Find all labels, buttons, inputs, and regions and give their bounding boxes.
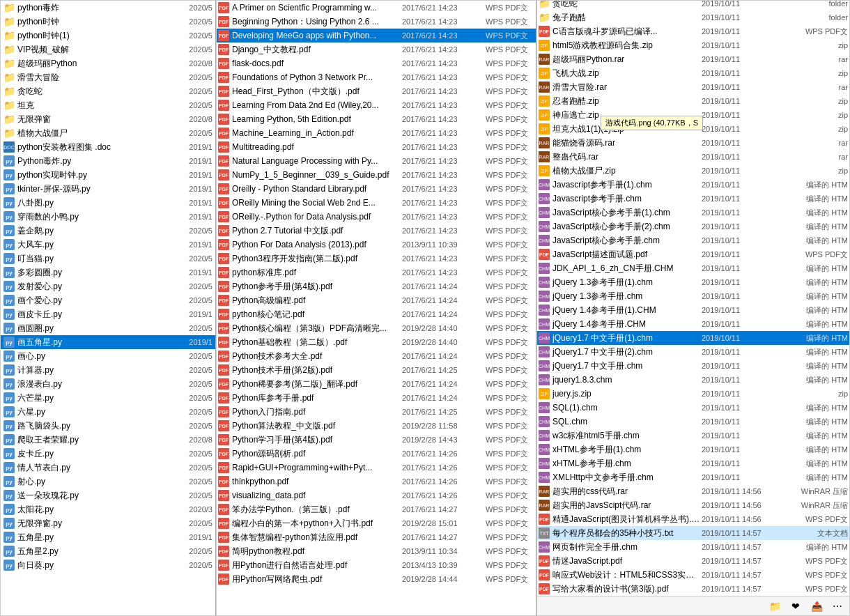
list-item[interactable]: py浪漫表白.py2020/5 [1, 377, 215, 391]
list-item[interactable]: PDF用Python写网络爬虫.pdf2019/2/28 14:44WPS PD… [217, 572, 536, 586]
list-item[interactable]: py向日葵.py2020/5 [1, 558, 215, 572]
list-item[interactable]: PDFpython核心笔记.pdf2017/6/21 14:24WPS PDF文 [217, 307, 536, 321]
list-item[interactable]: CHMjQuery1.7 中文手册.chm2019/10/11编译的 HTM [537, 359, 849, 373]
list-item[interactable]: CHMJavaScript核心参考手册(1).chm2019/10/11编译的 … [537, 206, 849, 220]
list-item[interactable]: 📁python毒炸2020/5 [1, 1, 215, 15]
left-file-list[interactable]: 📁python毒炸2020/5📁python时钟2020/5📁python时钟(… [1, 1, 215, 615]
list-item[interactable]: ZIP飞机大战.zip2019/10/11zip [537, 66, 849, 80]
list-item[interactable]: 📁VIP视频_破解2020/5 [1, 43, 215, 56]
list-item[interactable]: CHMjQuery1.7 中文手册(1).chm2019/10/11编译的 HT… [537, 331, 849, 345]
list-item[interactable]: py五角星.py2019/1 [1, 530, 215, 544]
list-item[interactable]: py画心.py2020/5 [1, 349, 215, 363]
list-item[interactable]: py五角星2.py2020/5 [1, 544, 215, 558]
list-item[interactable]: py皮卡丘.py2020/5 [1, 447, 215, 461]
list-item[interactable]: PDFMultitreading.pdf2017/6/21 14:23WPS P… [217, 140, 536, 154]
more-icon[interactable]: ⋯ [830, 599, 845, 614]
list-item[interactable]: 📁无限弹窗2020/8 [1, 112, 215, 126]
list-item[interactable]: CHMXMLHttp中文参考手册.chm2019/10/11编译的 HTM [537, 470, 849, 484]
list-item[interactable]: PDFthinkpython.pdf2017/6/21 14:26WPS PDF… [217, 475, 536, 488]
list-item[interactable]: py无限弹窗.py2020/5 [1, 516, 215, 530]
list-item[interactable]: ZIPjuery.js.zip2019/10/11zip [537, 387, 849, 401]
list-item[interactable]: CHMJDK_API_1_6_zh_CN手册.CHM2019/10/11编译的 … [537, 261, 849, 275]
favorite-icon[interactable]: ❤ [788, 599, 803, 614]
list-item[interactable]: PDFflask-docs.pdf2017/6/21 14:23WPS PDF文 [217, 56, 536, 70]
list-item[interactable]: py六芒星.py2020/5 [1, 391, 215, 405]
list-item[interactable]: PDFC语言版魂斗罗源码已编译...2019/10/11WPS PDF文 [537, 24, 849, 38]
middle-file-list[interactable]: PDFA Primer on Scientfic Programming w..… [217, 1, 536, 615]
list-item[interactable]: 📁贪吃蛇2020/5 [1, 84, 215, 98]
list-item[interactable]: py画圆圈.py2020/5 [1, 321, 215, 335]
list-item[interactable]: pytkinter-屏保-源码.py2019/1 [1, 182, 215, 196]
list-item[interactable]: CHMjQuery 1.4参考手册(1).CHM2019/10/11编译的 HT… [537, 303, 849, 317]
list-item[interactable]: CHMjquery1.8.3.chm2019/10/11编译的 HTM [537, 373, 849, 387]
list-item[interactable]: py计算器.py2020/5 [1, 363, 215, 377]
list-item[interactable]: py送一朵玫瑰花.py2020/5 [1, 488, 215, 502]
list-item[interactable]: PDFMachine_Learning_in_Action.pdf2017/6/… [217, 126, 536, 140]
list-item[interactable]: PDFPython稀要参考(第二版)_翻译.pdf2017/6/21 14:24… [217, 377, 536, 391]
list-item[interactable]: CHMjQuery 1.3参考手册(1).chm2019/10/11编译的 HT… [537, 275, 849, 289]
list-item[interactable]: 📁python时钟(1)2020/5 [1, 29, 215, 43]
list-item[interactable]: 📁贪吃蛇2019/10/11folder [537, 1, 849, 10]
list-item[interactable]: PDFPython技术参考大全.pdf2017/6/21 14:24WPS PD… [217, 349, 536, 363]
list-item[interactable]: PDFPython算法教程_中文版.pdf2019/2/28 11:58WPS … [217, 419, 536, 433]
list-item[interactable]: PDFRapid+GUI+Programming+with+Pyt...2017… [217, 461, 536, 475]
list-item[interactable]: ZIP忍者跑酷.zip2019/10/11zip [537, 94, 849, 108]
list-item[interactable]: PDF情迷JavaScript.pdf2019/10/11 14:57WPS P… [537, 554, 849, 568]
list-item[interactable]: RAR整蛊代码.rar2019/10/11rar [537, 150, 849, 164]
list-item[interactable]: py射心.py2020/5 [1, 475, 215, 488]
list-item[interactable]: PDFLearning From Data 2nd Ed (Wiley,20..… [217, 98, 536, 112]
list-item[interactable]: PDFOReilly.-.Python for Data Analysis.pd… [217, 210, 536, 224]
list-item[interactable]: 📁植物大战僵尸2020/5 [1, 126, 215, 140]
list-item[interactable]: PDFOReilly Mining the Social Web 2nd E..… [217, 196, 536, 210]
list-item[interactable]: PDFPython 2.7 Tutorial 中文版.pdf2017/6/21 … [217, 224, 536, 238]
list-item[interactable]: PDFPython核心编程（第3版）PDF高清晰完...2019/2/28 14… [217, 321, 536, 335]
list-item[interactable]: PDFA Primer on Scientfic Programming w..… [217, 1, 536, 15]
list-item[interactable]: 📁坦克2020/5 [1, 98, 215, 112]
list-item[interactable]: PDFHead_First_Python（中文版）.pdf2017/6/21 1… [217, 84, 536, 98]
list-item[interactable]: ZIP神庙逃亡.zip2019/10/11zip [537, 108, 849, 122]
list-item[interactable]: PDFPython库参考手册.pdf2017/6/21 14:24WPS PDF… [217, 391, 536, 405]
list-item[interactable]: PDF精通JavaScript(图灵计算机科学丛书).pdf2019/10/11… [537, 512, 849, 526]
list-item[interactable]: py画五角星.py2019/1 [1, 335, 215, 349]
list-item[interactable]: ZIP坦克大战1(1)(1).zip2019/10/11zip [537, 122, 849, 136]
list-item[interactable]: 📁兔子跑酷2019/10/11folder [537, 10, 849, 24]
list-item[interactable]: PDF简明python教程.pdf2013/9/11 10:34WPS PDF文 [217, 544, 536, 558]
list-item[interactable]: py盖企鹅.py2020/5 [1, 224, 215, 238]
list-item[interactable]: CHMSQL.chm2019/10/11编译的 HTM [537, 415, 849, 429]
new-folder-icon[interactable]: 📁 [767, 599, 782, 614]
list-item[interactable]: ZIPhtml5游戏教程源码合集.zip2019/10/11zip [537, 38, 849, 52]
list-item[interactable]: PDFPython For Data Analysis (2013).pdf20… [217, 238, 536, 252]
list-item[interactable]: py大风车.py2019/1 [1, 238, 215, 252]
list-item[interactable]: CHMjQuery1.7 中文手册(2).chm2019/10/11编译的 HT… [537, 345, 849, 359]
list-item[interactable]: PDFJavaScript描述面试题.pdf2019/10/11WPS PDF文 [537, 247, 849, 261]
list-item[interactable]: py八卦图.py2019/1 [1, 196, 215, 210]
list-item[interactable]: PDFFoundations of Python 3 Network Pr...… [217, 70, 536, 84]
list-item[interactable]: PDFBeginning Python：Using Python 2.6 ...… [217, 15, 536, 29]
list-item[interactable]: PDFPython高级编程.pdf2017/6/21 14:24WPS PDF文 [217, 293, 536, 307]
list-item[interactable]: 📁滑雪大冒险2020/5 [1, 70, 215, 84]
list-item[interactable]: RAR超级玛丽Python.rar2019/10/11rar [537, 52, 849, 66]
list-item[interactable]: PDFPython技术手册(第2版).pdf2017/6/21 14:25WPS… [217, 363, 536, 377]
right-file-list[interactable]: PDFcPix.ini2019/12/3 16:38配置设置PDFCSS 2.0… [537, 1, 849, 596]
list-item[interactable]: PDFPython源码剖析.pdf2017/6/21 14:26WPS PDF文 [217, 447, 536, 461]
list-item[interactable]: PDFDeveloping MeeGo apps with Python...2… [217, 29, 536, 43]
list-item[interactable]: PDFPython入门指南.pdf2017/6/21 14:25WPS PDF文 [217, 405, 536, 419]
list-item[interactable]: RAR能猫烧香源码.rar2019/10/11rar [537, 136, 849, 150]
list-item[interactable]: RAR超实用的JavsScipt代码.rar2019/10/11 14:56Wi… [537, 498, 849, 512]
list-item[interactable]: PDFPython学习手册(第4版).pdf2019/2/28 14:43WPS… [217, 433, 536, 447]
list-item[interactable]: CHMSQL(1).chm2019/10/11编译的 HTM [537, 401, 849, 415]
list-item[interactable]: CHMJavaScript核心参考手册(2).chm2019/10/11编译的 … [537, 220, 849, 233]
list-item[interactable]: py发射爱心.py2020/5 [1, 279, 215, 293]
list-item[interactable]: py六星.py2020/5 [1, 405, 215, 419]
list-item[interactable]: py路飞脑袋头.py2020/5 [1, 419, 215, 433]
list-item[interactable]: PDFpython标准库.pdf2017/6/21 14:23WPS PDF文 [217, 265, 536, 279]
list-item[interactable]: DOCpython安装教程图集 .doc2019/1 [1, 140, 215, 154]
list-item[interactable]: PDF响应式Web设计：HTML5和CSS3实战.p...2019/10/11 … [537, 568, 849, 582]
list-item[interactable]: PDFPython3程序开发指南(第二版).pdf2017/6/21 14:23… [217, 252, 536, 265]
list-item[interactable]: PDFPython参考手册(第4版).pdf2017/6/21 14:24WPS… [217, 279, 536, 293]
list-item[interactable]: PDFDjango_中文教程.pdf2017/6/21 14:23WPS PDF… [217, 43, 536, 56]
list-item[interactable]: PDF笨办法学Python.（第三版）.pdf2017/6/21 14:27WP… [217, 502, 536, 516]
list-item[interactable]: pyPython毒炸.py2019/1 [1, 154, 215, 168]
list-item[interactable]: TXT每个程序员都会的35种小技巧.txt2019/10/11 14:57文本文… [537, 526, 849, 540]
list-item[interactable]: 📁python时钟2020/5 [1, 15, 215, 29]
